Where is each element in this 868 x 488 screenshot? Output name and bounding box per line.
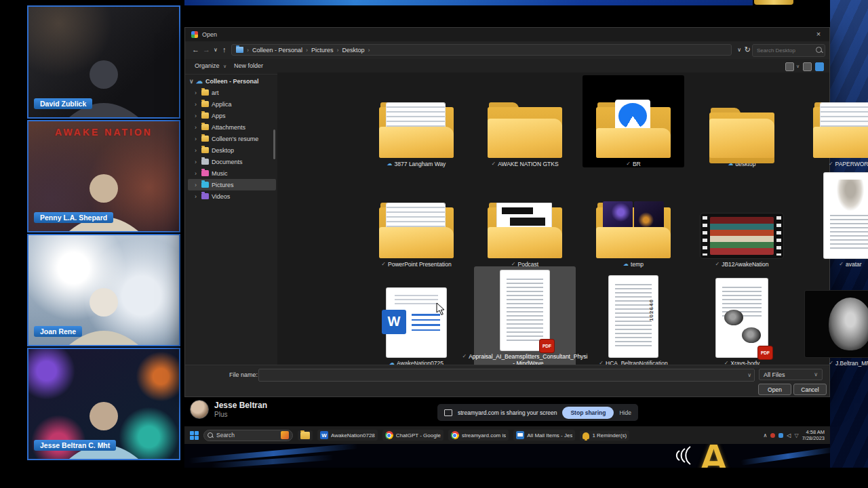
tree-item-apps[interactable]: ›Apps [188, 110, 276, 121]
file-item[interactable]: ✓PowerPoint Presentation [366, 173, 467, 268]
taskbar-chrome-chatgpt[interactable]: ChatGPT - Google [382, 430, 443, 441]
file-item-selected[interactable]: ✓BR [583, 75, 684, 167]
recent-caret-icon[interactable]: ∨ [214, 47, 218, 53]
refresh-icon[interactable]: ↻ [745, 45, 751, 54]
tree-label: Music [212, 170, 228, 177]
file-item[interactable]: W ☁AwakeNation0725 [366, 266, 467, 367]
expand-icon[interactable]: › [195, 113, 199, 119]
up-icon[interactable]: ↑ [222, 45, 226, 54]
file-item[interactable]: ✓PAPERWORK [800, 75, 868, 167]
organize-caret-icon: ∨ [223, 64, 226, 69]
taskbar-window-label: ChatGPT - Google [396, 432, 441, 439]
file-name-input[interactable] [259, 369, 754, 381]
breadcrumb[interactable]: › Colleen - Personal › Pictures › Deskto… [231, 44, 732, 56]
file-item[interactable]: ✓JB12AwakeNation [691, 173, 793, 268]
expand-icon[interactable]: ∨ [189, 78, 193, 85]
open-button[interactable]: Open [758, 384, 791, 395]
tree-item-music[interactable]: ›Music [188, 167, 276, 179]
search-box[interactable] [752, 44, 825, 57]
tree-item-art[interactable]: ›art [188, 87, 276, 98]
taskbar-word-window[interactable]: W AwakeNation0728 [317, 430, 378, 441]
file-name-combo[interactable]: ∨ [258, 369, 755, 382]
expand-icon[interactable]: › [195, 159, 199, 165]
search-input[interactable] [753, 45, 825, 56]
expand-icon[interactable]: › [195, 124, 199, 131]
file-item[interactable]: ✓AWAKE NATION GTKS [474, 75, 576, 167]
folder-icon [201, 124, 209, 130]
start-button[interactable] [190, 431, 199, 440]
cancel-button[interactable]: Cancel [793, 384, 827, 395]
folder-icon [201, 136, 209, 142]
taskbar-chrome-streamyard[interactable]: streamyard.com is [448, 430, 509, 441]
taskbar-reminder-window[interactable]: 1 Reminder(s) [580, 430, 629, 441]
file-item[interactable]: ☁3877 Langham Way [366, 75, 467, 167]
video-filmstrip-thumbnail [701, 214, 783, 258]
file-item[interactable]: ✓Podcast [474, 173, 576, 268]
expand-icon[interactable]: › [195, 147, 199, 154]
address-caret-icon[interactable]: ∨ [737, 47, 741, 53]
backdrop-blue-strip [184, 0, 753, 5]
tree-item-videos[interactable]: ›Videos [188, 190, 276, 202]
expand-icon[interactable]: › [195, 193, 199, 200]
breadcrumb-part[interactable]: Desktop [342, 47, 365, 54]
preview-pane-icon[interactable] [815, 62, 824, 71]
file-item[interactable]: ☁temp [583, 173, 684, 268]
expand-icon[interactable]: › [195, 89, 199, 96]
dialog-titlebar[interactable]: Open × [185, 28, 829, 41]
view-caret-icon[interactable]: ∨ [796, 64, 800, 69]
taskbar-file-explorer[interactable] [298, 430, 313, 441]
close-icon[interactable]: × [813, 30, 824, 38]
mail-icon [516, 431, 524, 439]
stop-sharing-button[interactable]: Stop sharing [562, 407, 614, 419]
tray-app-icon[interactable] [770, 433, 775, 438]
folder-icon-large [379, 102, 454, 158]
tray-expand-icon[interactable]: ∧ [763, 432, 767, 439]
breadcrumb-part[interactable]: Pictures [311, 47, 334, 54]
forward-icon[interactable]: → [203, 45, 210, 54]
tree-label: Colleen's resume [212, 136, 258, 142]
back-icon[interactable]: ← [192, 45, 199, 54]
organize-button[interactable]: Organize [195, 62, 220, 69]
file-name-caret-icon[interactable]: ∨ [747, 372, 751, 378]
avatar [190, 400, 209, 419]
tree-label: Desktop [212, 147, 234, 154]
breadcrumb-part[interactable]: Colleen - Personal [252, 47, 302, 54]
file-item[interactable]: PDF ✓Xrays-body [691, 266, 793, 367]
tree-scrollbar[interactable] [273, 129, 275, 159]
view-grid-icon[interactable] [785, 62, 794, 71]
tree-item-applica[interactable]: ›Applica [188, 98, 276, 110]
tree-item-pictures[interactable]: ›Pictures [188, 179, 276, 190]
windows-taskbar: Search W AwakeNation0728 ChatGPT - Googl… [184, 426, 830, 444]
volume-icon[interactable]: ◁ [787, 432, 791, 439]
tree-item-attachments[interactable]: ›Attachments [188, 121, 276, 133]
expand-icon[interactable]: › [195, 170, 199, 177]
tree-item-desktop[interactable]: ›Desktop [188, 144, 276, 156]
file-item[interactable]: 102640 ✓HCA_BeltranNotification [583, 266, 684, 367]
taskbar-search-label: Search [216, 432, 277, 439]
file-type-dropdown[interactable]: All Files ∨ [759, 369, 823, 380]
clock-time: 4:58 AM [802, 429, 825, 435]
taskbar-mail-window[interactable]: All Mail Items - Jes [513, 430, 575, 441]
expand-icon[interactable]: › [195, 182, 199, 188]
file-item[interactable]: ☁desktop [691, 75, 793, 167]
expand-icon[interactable]: › [195, 136, 199, 142]
file-item-selected[interactable]: PDF ✓Appraisal_AI_Beamsplitters_Consulta… [474, 266, 576, 367]
file-item[interactable]: ✓J.Beltran_MRI [800, 266, 868, 367]
tree-item-colleens-resume[interactable]: ›Colleen's resume [188, 133, 276, 144]
tree-item-onedrive-root[interactable]: ∨ ☁ Colleen - Personal [188, 75, 276, 87]
new-folder-button[interactable]: New folder [234, 62, 263, 69]
tray-app-icon[interactable] [778, 433, 783, 438]
mouse-cursor [435, 302, 446, 316]
breadcrumb-separator: › [337, 47, 339, 54]
view-details-icon[interactable] [803, 62, 812, 71]
network-icon[interactable]: ▽ [794, 432, 798, 439]
tree-item-documents[interactable]: ›Documents [188, 156, 276, 167]
taskbar-search[interactable]: Search [203, 430, 293, 441]
taskbar-window-label: All Mail Items - Jes [527, 432, 572, 439]
taskbar-clock[interactable]: 4:58 AM 7/28/2023 [802, 429, 825, 442]
file-item[interactable]: W ✓avatar [800, 173, 868, 268]
chrome-icon [385, 431, 393, 439]
expand-icon[interactable]: › [195, 101, 199, 108]
hide-toast-button[interactable]: Hide [619, 409, 631, 416]
breadcrumb-separator: › [306, 47, 308, 54]
